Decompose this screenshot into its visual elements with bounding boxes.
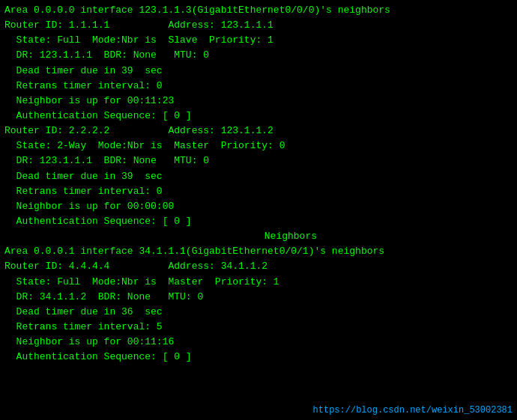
terminal-content: Area 0.0.0.0 interface 123.1.1.3(Gigabit… [4, 3, 513, 365]
terminal-line: Dead timer due in 39 sec [4, 64, 513, 79]
terminal-line: State: 2-Way Mode:Nbr is Master Priority… [4, 139, 513, 153]
watermark: https://blog.csdn.net/weixin_53002381 [313, 405, 513, 416]
terminal-line: DR: 123.1.1.1 BDR: None MTU: 0 [4, 153, 513, 168]
terminal-line: Router ID: 2.2.2.2 Address: 123.1.1.2 [4, 124, 513, 139]
terminal-line: DR: 34.1.1.2 BDR: None MTU: 0 [4, 290, 513, 305]
terminal-line: Neighbor is up for 00:11:16 [4, 335, 513, 350]
terminal-line: Retrans timer interval: 0 [4, 184, 513, 199]
terminal-line: Retrans timer interval: 0 [4, 79, 513, 94]
terminal-line: Router ID: 1.1.1.1 Address: 123.1.1.1 [4, 18, 513, 33]
terminal-line: Area 0.0.0.1 interface 34.1.1.1(GigabitE… [4, 244, 513, 259]
terminal-window: Area 0.0.0.0 interface 123.1.1.3(Gigabit… [0, 0, 517, 420]
terminal-line: Authentication Sequence: [ 0 ] [4, 109, 513, 124]
terminal-line: State: Full Mode:Nbr is Master Priority:… [4, 275, 513, 290]
terminal-line: Area 0.0.0.0 interface 123.1.1.3(Gigabit… [4, 3, 513, 18]
terminal-line: Neighbor is up for 00:11:23 [4, 94, 513, 109]
terminal-line: Authentication Sequence: [ 0 ] [4, 214, 513, 229]
terminal-line: DR: 123.1.1.1 BDR: None MTU: 0 [4, 48, 513, 63]
terminal-line: Router ID: 4.4.4.4 Address: 34.1.1.2 [4, 259, 513, 274]
terminal-line: Dead timer due in 36 sec [4, 305, 513, 320]
terminal-line: Dead timer due in 39 sec [4, 169, 513, 184]
terminal-line: Neighbors [4, 229, 513, 244]
terminal-line: Retrans timer interval: 5 [4, 320, 513, 335]
terminal-line: Neighbor is up for 00:00:00 [4, 199, 513, 214]
terminal-line: Authentication Sequence: [ 0 ] [4, 350, 513, 365]
terminal-line: State: Full Mode:Nbr is Slave Priority: … [4, 33, 513, 48]
